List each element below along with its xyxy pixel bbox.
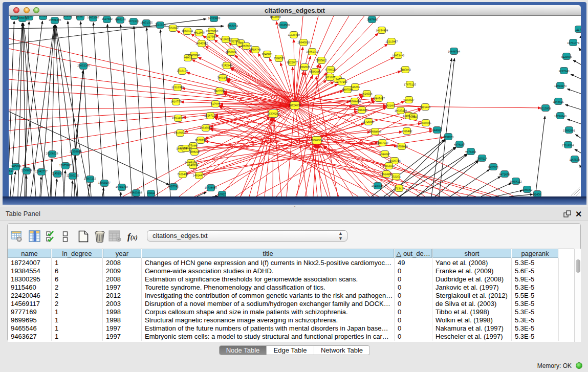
svg-text:8813054: 8813054: [270, 16, 281, 18]
svg-text:1588520: 1588520: [274, 57, 285, 60]
svg-text:11325419: 11325419: [288, 33, 300, 36]
svg-text:92454: 92454: [147, 191, 155, 194]
svg-text:7803144: 7803144: [217, 76, 228, 79]
svg-text:8427552: 8427552: [214, 89, 225, 92]
svg-text:1167534: 1167534: [569, 158, 580, 161]
svg-text:10973493: 10973493: [392, 54, 404, 57]
svg-text:103877: 103877: [76, 16, 85, 18]
svg-text:9242848: 9242848: [222, 63, 232, 67]
svg-text:16953: 16953: [64, 16, 72, 17]
svg-text:18724007: 18724007: [289, 104, 301, 107]
svg-text:10807487: 10807487: [373, 97, 385, 100]
svg-text:15751074: 15751074: [567, 41, 579, 45]
svg-text:9146821: 9146821: [262, 53, 273, 56]
svg-text:11172: 11172: [575, 28, 581, 31]
svg-text:15720407: 15720407: [362, 120, 375, 123]
svg-text:17975125: 17975125: [404, 83, 416, 86]
svg-text:12942757: 12942757: [35, 170, 48, 173]
svg-text:939577: 939577: [25, 16, 34, 18]
svg-text:17591: 17591: [39, 16, 47, 17]
svg-text:8990448: 8990448: [310, 70, 321, 73]
svg-text:391513: 391513: [9, 169, 14, 172]
svg-text:9777169: 9777169: [337, 80, 347, 83]
svg-text:12505135: 12505135: [67, 174, 79, 177]
svg-text:16033809: 16033809: [208, 16, 220, 19]
svg-text:12213389: 12213389: [171, 85, 184, 89]
svg-text:14136141: 14136141: [372, 184, 384, 187]
svg-text:2687682: 2687682: [367, 18, 378, 21]
svg-text:10648784: 10648784: [448, 50, 460, 53]
svg-text:6794028: 6794028: [325, 68, 336, 71]
svg-text:10210643: 10210643: [554, 115, 567, 118]
svg-text:1362615: 1362615: [299, 65, 310, 69]
svg-text:15692901: 15692901: [563, 129, 575, 132]
svg-text:18807249: 18807249: [376, 141, 388, 144]
svg-text:14958107: 14958107: [98, 181, 111, 184]
svg-text:1365492: 1365492: [401, 129, 412, 133]
svg-text:16154838: 16154838: [376, 29, 388, 32]
svg-text:10653267: 10653267: [87, 16, 99, 19]
svg-text:10756928: 10756928: [396, 145, 408, 148]
svg-text:9457791: 9457791: [168, 185, 179, 188]
svg-text:2367608: 2367608: [241, 45, 252, 48]
svg-text:10025438: 10025438: [395, 109, 407, 112]
svg-text:17957253: 17957253: [84, 177, 96, 180]
svg-text:1713426: 1713426: [394, 187, 404, 190]
svg-text:7485063: 7485063: [400, 68, 411, 71]
svg-text:16961758: 16961758: [306, 50, 318, 53]
svg-text:10922: 10922: [218, 192, 226, 195]
svg-text:8960124: 8960124: [182, 29, 193, 32]
svg-text:23226058: 23226058: [206, 29, 218, 32]
svg-text:16543362: 16543362: [195, 41, 208, 45]
svg-text:7986322: 7986322: [356, 108, 367, 112]
svg-text:10688609: 10688609: [369, 130, 381, 133]
svg-text:9227343: 9227343: [559, 70, 570, 73]
svg-text:17016504: 17016504: [562, 144, 574, 147]
svg-text:19166825: 19166825: [174, 131, 186, 134]
svg-text:16671355: 16671355: [140, 21, 153, 24]
svg-text:9463627: 9463627: [404, 98, 415, 101]
svg-text:7625402: 7625402: [177, 172, 188, 176]
svg-text:144095: 144095: [432, 128, 442, 132]
svg-text:20206526: 20206526: [46, 152, 58, 155]
svg-text:8912955: 8912955: [194, 31, 205, 34]
svg-text:1527602: 1527602: [102, 17, 113, 20]
svg-text:9084067: 9084067: [379, 152, 390, 156]
svg-text:7663822: 7663822: [168, 26, 179, 29]
svg-text:9699695: 9699695: [420, 121, 431, 124]
svg-text:13267110: 13267110: [204, 114, 216, 117]
svg-text:2718179: 2718179: [177, 69, 188, 72]
svg-text:8215958: 8215958: [540, 107, 551, 110]
svg-text:13975887: 13975887: [59, 164, 72, 167]
svg-text:1640934: 1640934: [187, 163, 198, 166]
svg-text:7357274: 7357274: [227, 25, 238, 28]
svg-text:18300295: 18300295: [267, 112, 279, 115]
svg-text:9129906: 9129906: [561, 55, 572, 58]
svg-text:12213967: 12213967: [385, 40, 398, 43]
svg-text:10151132: 10151132: [383, 164, 395, 167]
svg-text:8757685: 8757685: [226, 51, 237, 54]
svg-text:9245052: 9245052: [521, 188, 532, 191]
svg-text:1750467: 1750467: [187, 144, 198, 147]
svg-text:8938923: 8938923: [443, 135, 453, 138]
svg-text:13535594: 13535594: [200, 126, 212, 129]
svg-text:14923446: 14923446: [130, 191, 142, 194]
svg-text:8122037: 8122037: [287, 61, 298, 64]
svg-text:2935114: 2935114: [476, 157, 487, 160]
svg-text:62160: 62160: [386, 104, 394, 107]
svg-text:98901: 98901: [184, 56, 192, 59]
svg-text:1244415: 1244415: [553, 100, 564, 103]
svg-text:20364436: 20364436: [349, 100, 361, 103]
svg-text:9327503: 9327503: [206, 35, 216, 38]
svg-text:10218506: 10218506: [277, 24, 290, 27]
svg-text:92450: 92450: [533, 193, 541, 196]
svg-text:6466160: 6466160: [115, 18, 126, 21]
svg-text:16640910: 16640910: [297, 41, 310, 44]
svg-text:17359924: 17359924: [70, 150, 82, 153]
svg-text:12093873: 12093873: [554, 84, 567, 87]
svg-text:9115460: 9115460: [420, 105, 431, 108]
svg-text:19384554: 19384554: [311, 139, 323, 142]
svg-text:6479197: 6479197: [454, 143, 465, 146]
svg-text:7515524: 7515524: [155, 23, 166, 26]
svg-text:1156829: 1156829: [21, 169, 32, 172]
